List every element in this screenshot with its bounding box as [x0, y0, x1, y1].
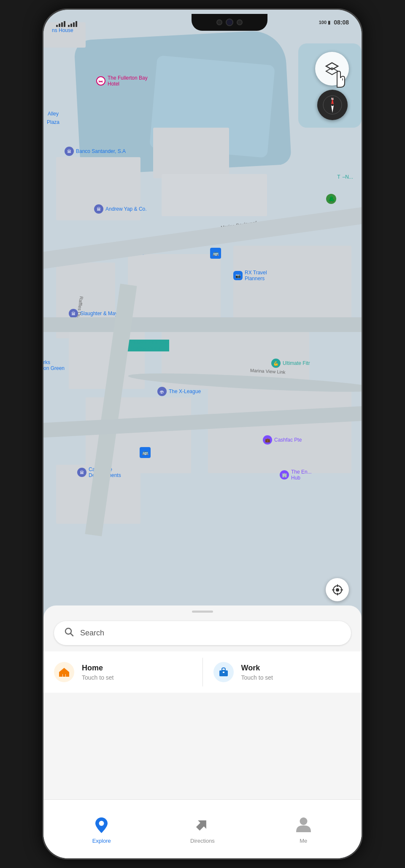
- work-icon-bg: [213, 662, 234, 682]
- svg-line-15: [70, 633, 73, 636]
- home-shortcut[interactable]: Home Touch to set: [43, 651, 202, 693]
- work-label: Work: [241, 664, 273, 672]
- andrew-yap-label: 🏛 Andrew Yap & Co.: [94, 204, 147, 214]
- signal-bars-1: [56, 21, 65, 27]
- directions-arrow-icon: [193, 815, 212, 834]
- my-location-button[interactable]: [326, 578, 349, 601]
- compass[interactable]: N: [317, 90, 348, 120]
- x-league-icon: 🏟: [157, 387, 167, 396]
- rx-travel-label: 📷 RX Travel Planners: [233, 270, 267, 281]
- home-icon: [58, 666, 70, 678]
- signal-area: [56, 18, 140, 27]
- ultimate-icon: 💪: [271, 359, 281, 368]
- status-right: 100 ▮ 08:08: [319, 19, 349, 26]
- search-svg-icon: [65, 627, 74, 637]
- ultimate-fitr-label: 💪 Ultimate Fitr: [271, 359, 310, 368]
- slaughter-icon: 🏛: [69, 309, 78, 318]
- andrew-yap-icon: 🏛: [94, 204, 103, 214]
- explore-pin-icon: [92, 815, 111, 834]
- explore-label: Explore: [92, 838, 111, 844]
- banco-icon: 🏛: [65, 147, 74, 156]
- the-en-icon: 🏢: [280, 470, 289, 480]
- svg-text:N: N: [331, 97, 334, 101]
- tree-marker: 🌲: [326, 194, 336, 204]
- search-placeholder: Search: [80, 629, 104, 638]
- camera-sensor: [216, 19, 222, 25]
- work-icon: [218, 666, 230, 678]
- battery-level: 100: [319, 20, 327, 25]
- search-icon: [65, 627, 74, 639]
- svg-rect-17: [219, 670, 228, 676]
- bus-stop-2: 🚌: [140, 447, 151, 458]
- work-info: Work Touch to set: [241, 664, 273, 681]
- svg-point-9: [336, 588, 339, 592]
- building-block-6: [233, 246, 351, 321]
- camera-lens: [226, 19, 233, 26]
- svg-rect-18: [223, 672, 224, 673]
- t-label: T –N...: [337, 174, 353, 180]
- status-bar: 100 ▮ 08:08: [43, 10, 362, 35]
- fullerton-icon: 🛏: [96, 76, 105, 86]
- shortcuts-section: Home Touch to set Work: [43, 651, 362, 693]
- me-icon: [293, 814, 314, 835]
- nav-me[interactable]: Me: [284, 810, 322, 848]
- camborne-icon: 🏛: [77, 468, 86, 477]
- bottom-panel: Search Home Touch to set: [43, 605, 362, 858]
- signal-bars-2: [68, 21, 77, 27]
- the-en-label: 🏢 The En... Hub: [280, 469, 312, 481]
- svg-point-19: [99, 821, 104, 826]
- directions-label: Directions: [190, 838, 215, 844]
- cashfac-icon: 💼: [263, 435, 272, 445]
- building-block-10: [208, 389, 351, 473]
- bus-stop-1: 🚌: [210, 248, 221, 259]
- slaughter-may-label: 🏛 Slaughter & May: [69, 309, 118, 318]
- road-secondary-1: [43, 317, 362, 332]
- time-display: 08:08: [334, 19, 349, 26]
- home-subtitle: Touch to set: [82, 674, 114, 681]
- compass-icon: N: [322, 94, 343, 115]
- work-shortcut[interactable]: Work Touch to set: [203, 651, 362, 693]
- building-block-2: [153, 128, 229, 178]
- nav-explore[interactable]: Explore: [83, 810, 121, 848]
- svg-rect-16: [63, 674, 65, 677]
- building-block-3: [162, 174, 267, 216]
- panel-handle: [192, 611, 213, 613]
- home-icon-bg: [54, 662, 74, 682]
- cashfac-label: 💼 Cashfac Pte: [263, 435, 302, 445]
- cursor-hand: [329, 64, 350, 94]
- battery-icon: 100 ▮: [319, 20, 330, 25]
- explore-icon: [91, 814, 112, 835]
- person-icon: [294, 815, 313, 834]
- location-icon: [331, 584, 344, 596]
- home-info: Home Touch to set: [82, 664, 114, 681]
- hand-icon: [329, 64, 350, 90]
- banco-santander-label: 🏛 Banco Santander, S.A: [65, 147, 126, 156]
- camera-sensor-2: [237, 19, 243, 25]
- directions-icon: [192, 814, 213, 835]
- camera-notch: [192, 14, 267, 31]
- rx-icon: 📷: [233, 271, 243, 280]
- bottom-nav: Explore Directions: [43, 799, 362, 858]
- alley-plaza-label: Alley: [48, 111, 59, 117]
- search-bar[interactable]: Search: [54, 621, 351, 645]
- x-league-label: 🏟 The X-League: [157, 387, 201, 396]
- alley-plaza-label-2: Plaza: [47, 119, 59, 125]
- svg-point-20: [300, 817, 307, 825]
- work-subtitle: Touch to set: [241, 674, 273, 681]
- me-label: Me: [300, 838, 307, 844]
- home-label: Home: [82, 664, 114, 672]
- fullerton-label: 🛏 The Fullerton Bay Hotel: [96, 75, 148, 87]
- nav-directions[interactable]: Directions: [182, 810, 223, 848]
- rks-green-label: rks on Green: [43, 359, 65, 371]
- building-block-5: [128, 254, 221, 321]
